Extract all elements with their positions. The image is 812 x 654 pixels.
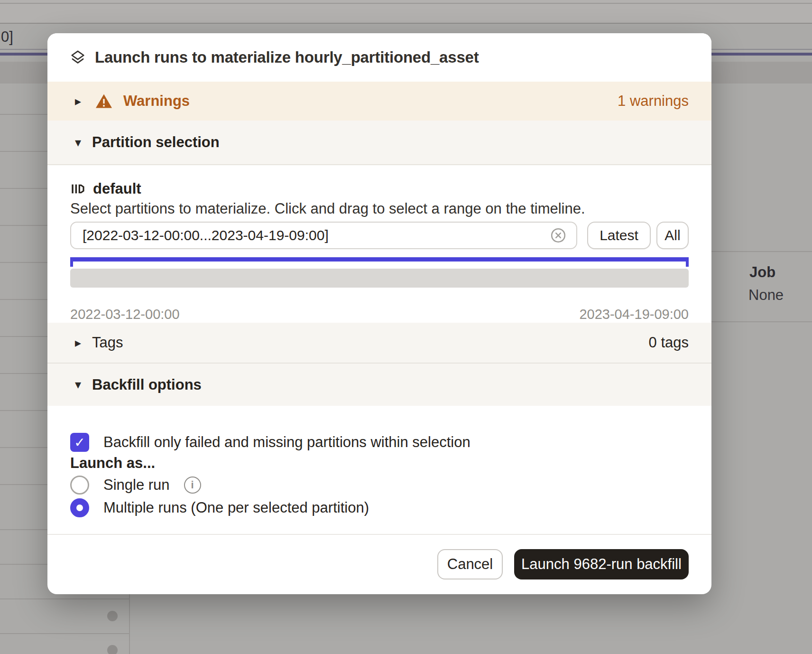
- background-status-dot: [107, 645, 118, 654]
- background-row-line: [0, 598, 129, 599]
- tags-label: Tags: [92, 334, 123, 351]
- background-row-line: [711, 251, 812, 252]
- background-job-value: None: [748, 287, 784, 304]
- footer-divider: [47, 534, 711, 535]
- background-row-line: [711, 321, 812, 322]
- background-row-line: [0, 373, 47, 374]
- background-job-column-header: Job: [749, 264, 775, 281]
- single-run-option: Single run i: [70, 476, 201, 495]
- partition-dimension-row: default: [70, 180, 141, 197]
- timeline-date-labels: 2022-03-12-00:00 2023-04-19-09:00: [70, 307, 689, 322]
- tags-section-header[interactable]: ▸ Tags 0 tags: [47, 323, 711, 364]
- partition-range-input-wrap: [70, 222, 577, 249]
- background-row-line: [0, 225, 47, 226]
- partition-set-icon: [70, 181, 85, 196]
- launch-backfill-button[interactable]: Launch 9682-run backfill: [514, 549, 689, 579]
- backfill-only-failed-checkbox[interactable]: ✓: [70, 433, 89, 452]
- warnings-section-header[interactable]: ▸ Warnings 1 warnings: [47, 82, 711, 121]
- partition-health-timeline[interactable]: [70, 269, 689, 288]
- cancel-button[interactable]: Cancel: [437, 549, 503, 579]
- backfill-only-failed-label: Backfill only failed and missing partiti…: [103, 434, 471, 451]
- partition-selection-description: Select partitions to materialize. Click …: [70, 200, 585, 217]
- background-partial-input-text: 0]: [1, 28, 13, 46]
- single-run-label: Single run: [103, 476, 170, 494]
- dialog-footer: Cancel Launch 9682-run backfill: [47, 549, 711, 579]
- background-row-line: [0, 564, 47, 565]
- materialize-layers-icon: [69, 49, 86, 66]
- background-row-line: [0, 410, 47, 411]
- caret-down-icon: ▾: [75, 135, 87, 150]
- multiple-runs-label: Multiple runs (One per selected partitio…: [103, 499, 369, 516]
- tags-count: 0 tags: [649, 334, 689, 351]
- latest-button[interactable]: Latest: [587, 222, 651, 249]
- background-row-line: [0, 114, 47, 115]
- background-status-dot: [107, 611, 118, 621]
- multiple-runs-radio[interactable]: [70, 498, 89, 517]
- background-top-line: [0, 3, 812, 4]
- background-row-line: [0, 262, 47, 263]
- background-row-line: [0, 188, 47, 189]
- background-row-line: [0, 151, 47, 152]
- timeline-start-date: 2022-03-12-00:00: [70, 307, 180, 322]
- warning-triangle-icon: [95, 93, 113, 109]
- clear-range-icon[interactable]: [550, 227, 567, 244]
- backfill-options-label: Backfill options: [92, 376, 202, 393]
- backfill-options-section-header[interactable]: ▾ Backfill options: [47, 364, 711, 406]
- backfill-only-failed-row: ✓ Backfill only failed and missing parti…: [70, 433, 471, 452]
- partition-range-input[interactable]: [70, 222, 577, 249]
- dialog-header: Launch runs to materialize hourly_partit…: [47, 33, 711, 82]
- timeline-end-date: 2023-04-19-09:00: [579, 307, 689, 322]
- warnings-label: Warnings: [123, 93, 190, 110]
- caret-right-icon: ▸: [75, 336, 87, 350]
- caret-right-icon: ▸: [75, 94, 87, 109]
- partition-selection-label: Partition selection: [92, 134, 220, 151]
- all-button[interactable]: All: [656, 222, 689, 249]
- multiple-runs-option: Multiple runs (One per selected partitio…: [70, 498, 369, 517]
- dialog-title: Launch runs to materialize hourly_partit…: [95, 48, 479, 66]
- partition-range-row: Latest All: [70, 222, 689, 249]
- launch-as-label: Launch as...: [70, 455, 155, 472]
- launch-backfill-dialog: Launch runs to materialize hourly_partit…: [47, 33, 711, 594]
- background-row-line: [0, 529, 47, 530]
- caret-down-icon: ▾: [75, 377, 87, 392]
- background-row-line: [0, 336, 47, 337]
- background-row-line: [0, 447, 47, 448]
- selected-range-bracket[interactable]: [70, 257, 689, 267]
- background-row-line: [0, 484, 47, 485]
- partition-selection-section-header[interactable]: ▾ Partition selection: [47, 121, 711, 165]
- background-column-divider: [129, 594, 130, 654]
- warnings-count: 1 warnings: [618, 93, 689, 110]
- single-run-radio[interactable]: [70, 476, 89, 495]
- background-row-line: [0, 299, 47, 300]
- info-icon[interactable]: i: [184, 476, 201, 494]
- background-row-line: [0, 633, 129, 634]
- partition-dimension-name: default: [93, 180, 141, 197]
